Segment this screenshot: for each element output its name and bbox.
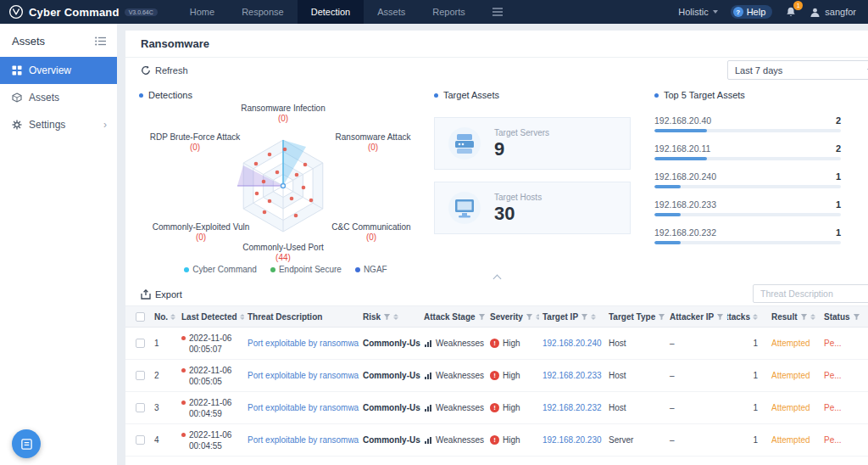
brand: Cyber Command V3.0.64C: [0, 4, 164, 20]
sidebar-item-overview[interactable]: Overview: [0, 57, 117, 84]
cell-target-ip[interactable]: 192.168.20.230: [539, 435, 605, 445]
cell-target-ip[interactable]: 192.168.20.240: [539, 339, 605, 348]
time-range-select[interactable]: Last 7 days: [727, 60, 868, 80]
cell-no: 2: [151, 371, 178, 380]
notifications-button[interactable]: 1: [785, 6, 797, 18]
cell-threat-description[interactable]: Port exploitable by ransomwa...: [244, 371, 359, 380]
column-header-date[interactable]: Last Detected: [178, 312, 244, 322]
user-menu[interactable]: sangfor: [810, 7, 856, 18]
nav-item-response[interactable]: Response: [228, 0, 298, 24]
section-bullet: [139, 93, 143, 98]
column-header-no[interactable]: No.: [151, 312, 178, 322]
cell-attacks: 1: [727, 339, 768, 348]
nav-item-home[interactable]: Home: [176, 0, 228, 24]
column-header-status[interactable]: Status: [821, 312, 868, 322]
table-toolbar: Export: [125, 283, 868, 305]
column-header-attacks[interactable]: Attacks: [727, 312, 768, 322]
cell-severity: !High: [487, 339, 539, 348]
column-header-risk[interactable]: Risk: [359, 312, 420, 322]
weaknesses-icon: [424, 372, 432, 380]
cell-last-detected: 2022-11-0600:04:59: [178, 397, 244, 419]
filter-icon[interactable]: [383, 313, 391, 321]
target-asset-ip[interactable]: 192.168.20.240: [654, 171, 716, 182]
detections-table: No. Last Detected Threat Description Ris…: [125, 305, 868, 457]
target-asset-ip[interactable]: 192.168.20.11: [654, 143, 710, 154]
sidebar-item-label: Assets: [29, 92, 59, 104]
target-asset-ip[interactable]: 192.168.20.232: [654, 227, 716, 238]
cell-result: Attempted: [768, 371, 821, 380]
row-checkbox[interactable]: [136, 371, 145, 380]
overview-icon: [12, 65, 22, 76]
settings-icon: [12, 120, 22, 130]
row-checkbox[interactable]: [136, 339, 145, 348]
legend-cyber-command[interactable]: Cyber Command: [184, 265, 257, 274]
filter-icon[interactable]: [478, 313, 486, 321]
view-mode-select[interactable]: Holistic: [678, 7, 717, 17]
sort-icon[interactable]: [170, 314, 175, 320]
table-row[interactable]: 1 2022-11-0600:05:07 Port exploitable by…: [125, 328, 868, 360]
legend-ngaf[interactable]: NGAF: [355, 265, 387, 274]
refresh-button[interactable]: Refresh: [141, 65, 188, 76]
legend-endpoint-secure[interactable]: Endpoint Secure: [270, 265, 342, 274]
cell-attacks: 1: [727, 435, 768, 445]
cell-severity: !High: [487, 371, 539, 380]
row-checkbox[interactable]: [136, 435, 145, 445]
legend-dot: [355, 267, 360, 272]
select-all-checkbox[interactable]: [136, 312, 145, 322]
column-header-target_type[interactable]: Target Type: [605, 312, 666, 322]
sidebar-header: Assets: [0, 24, 117, 57]
cell-status: Pe...: [821, 403, 868, 412]
cell-threat-description[interactable]: Port exploitable by ransomwa...: [244, 435, 359, 445]
nav-item-reports[interactable]: Reports: [419, 0, 479, 24]
table-row[interactable]: 2 2022-11-0600:05:05 Port exploitable by…: [125, 360, 868, 392]
column-header-target_ip[interactable]: Target IP: [539, 312, 605, 322]
list-toggle-icon[interactable]: [95, 36, 107, 46]
cell-target-ip[interactable]: 192.168.20.233: [539, 371, 605, 380]
column-header-severity[interactable]: Severity: [487, 312, 539, 322]
sort-icon[interactable]: [753, 314, 758, 320]
cell-risk: Commonly-Use...: [359, 371, 420, 380]
feedback-button[interactable]: [12, 429, 41, 458]
target-asset-bar: [654, 129, 841, 132]
target-asset-ip[interactable]: 192.168.20.233: [654, 199, 716, 210]
table-row[interactable]: 3 2022-11-0600:04:59 Port exploitable by…: [125, 392, 868, 424]
threat-description-search-input[interactable]: [753, 284, 868, 303]
sidebar-item-assets[interactable]: Assets: [0, 84, 117, 111]
filter-icon[interactable]: [853, 313, 860, 321]
row-checkbox[interactable]: [136, 403, 145, 412]
nav-item-detection[interactable]: Detection: [298, 0, 364, 24]
column-header-threat[interactable]: Threat Description: [244, 312, 359, 322]
cell-status: Pe...: [821, 339, 868, 348]
filter-icon[interactable]: [716, 313, 724, 321]
cell-target-ip[interactable]: 192.168.20.232: [539, 403, 605, 412]
top-targets-widget: Top 5 Target Assets 192.168.20.40 2 192.…: [644, 88, 854, 273]
sidebar-item-settings[interactable]: Settings ›: [0, 111, 117, 138]
export-button[interactable]: Export: [141, 289, 182, 300]
top-targets-list: 192.168.20.40 2 192.168.20.11 2 192.168.…: [654, 115, 841, 244]
cell-target-type: Host: [605, 371, 666, 380]
cell-status: Pe...: [821, 435, 868, 445]
target-servers-card: Target Servers 9: [434, 117, 631, 170]
legend-dot: [184, 267, 189, 272]
column-header-result[interactable]: Result: [768, 312, 821, 322]
filter-icon[interactable]: [800, 313, 808, 321]
more-menu-icon[interactable]: [479, 0, 516, 24]
column-header-attacker_ip[interactable]: Attacker IP: [666, 312, 727, 322]
nav-item-assets[interactable]: Assets: [364, 0, 419, 24]
sort-icon[interactable]: [591, 314, 596, 320]
cell-no: 1: [151, 339, 178, 348]
help-button[interactable]: ? Help: [731, 5, 773, 19]
table-row[interactable]: 4 2022-11-0600:04:55 Port exploitable by…: [125, 424, 868, 457]
sort-icon[interactable]: [810, 314, 815, 320]
cell-last-detected: 2022-11-0600:04:55: [178, 429, 244, 451]
sort-icon[interactable]: [393, 314, 398, 320]
cell-threat-description[interactable]: Port exploitable by ransomwa...: [244, 339, 359, 348]
filter-icon[interactable]: [526, 313, 533, 321]
collapse-widgets-button[interactable]: [125, 273, 868, 283]
cell-threat-description[interactable]: Port exploitable by ransomwa...: [244, 403, 359, 412]
filter-icon[interactable]: [581, 313, 588, 321]
column-header-stage[interactable]: Attack Stage: [420, 312, 487, 322]
cell-attacker-ip: –: [666, 371, 727, 380]
target-asset-ip[interactable]: 192.168.20.40: [654, 115, 711, 126]
filter-icon[interactable]: [658, 313, 665, 321]
